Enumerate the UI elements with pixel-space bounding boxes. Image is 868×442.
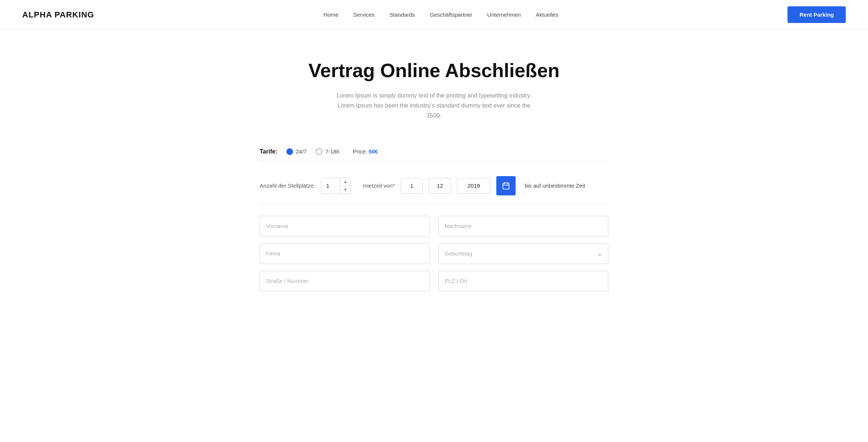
- rent-parking-button[interactable]: Rent Parking: [788, 6, 846, 23]
- firma-field: [260, 243, 430, 264]
- vorname-input[interactable]: [260, 216, 430, 237]
- nav-item-home[interactable]: Home: [323, 11, 338, 18]
- tarife-option-24-7-label: 24/7: [296, 148, 307, 155]
- hero-description: Lorem Ipsum is simply dummy text of the …: [330, 90, 538, 121]
- spinner-up-button[interactable]: ▲: [340, 178, 351, 186]
- nav-links: Home Services Standards Geschäftspartner…: [323, 11, 558, 18]
- calendar-icon: [502, 182, 510, 190]
- chevron-down-icon: ⌄: [598, 251, 602, 257]
- name-row: [260, 216, 608, 237]
- anzahl-label: Anzahl der Stellplätze:: [260, 182, 315, 189]
- date-year-field[interactable]: 2019: [457, 178, 490, 194]
- strasse-input[interactable]: [260, 271, 430, 291]
- mietzeit-label: mietzeit von*: [363, 182, 395, 189]
- geburtstag-field: Geburtstag ⌄: [438, 243, 608, 264]
- nav-item-geschaeftspartner[interactable]: Geschäftspartner: [430, 11, 472, 18]
- geburtstag-select[interactable]: Geburtstag ⌄: [438, 243, 608, 264]
- plz-input[interactable]: [438, 271, 608, 291]
- chevron-down-icon: ▼: [343, 188, 347, 192]
- calendar-button[interactable]: [496, 176, 516, 195]
- anzahl-input[interactable]: 1: [321, 178, 340, 194]
- nachname-field: [438, 216, 608, 237]
- form-section: Tarife: 24/7 7-18h Price: 50€ Anzahl der…: [230, 139, 638, 328]
- date-day-field[interactable]: 1: [401, 178, 423, 194]
- radio-dot-active: [286, 148, 293, 155]
- address-row: [260, 271, 608, 291]
- navbar: ALPHA PARKING Home Services Standards Ge…: [0, 0, 868, 30]
- firma-geburtstag-row: Geburtstag ⌄: [260, 243, 608, 264]
- geburtstag-placeholder: Geburtstag: [445, 250, 472, 257]
- spinner-buttons: ▲ ▼: [340, 178, 351, 194]
- tarife-row: Tarife: 24/7 7-18h Price: 50€: [260, 139, 608, 161]
- svg-rect-0: [503, 183, 509, 189]
- tarife-label: Tarife:: [260, 148, 277, 155]
- nav-item-aktuelles[interactable]: Aktuelles: [536, 11, 558, 18]
- strasse-field: [260, 271, 430, 291]
- firma-input[interactable]: [260, 243, 430, 264]
- hero-section: Vertrag Online Abschließen Lorem Ipsum i…: [0, 30, 868, 139]
- nav-item-services[interactable]: Services: [353, 11, 375, 18]
- booking-row: Anzahl der Stellplätze: 1 ▲ ▼ mietzeit v…: [260, 169, 608, 205]
- nachname-input[interactable]: [438, 216, 608, 237]
- nav-item-standards[interactable]: Standards: [389, 11, 415, 18]
- price-value: 50€: [369, 148, 378, 155]
- tarife-option-7-18[interactable]: 7-18h: [316, 148, 339, 155]
- logo: ALPHA PARKING: [22, 10, 94, 20]
- anzahl-input-group: 1 ▲ ▼: [321, 178, 351, 194]
- page-title: Vertrag Online Abschließen: [7, 59, 861, 82]
- tarife-option-7-18-label: 7-18h: [325, 148, 339, 155]
- price-label: Price: 50€: [353, 148, 378, 155]
- bis-text: bis auf unbestimmte Zeit: [525, 182, 585, 189]
- tarife-option-24-7[interactable]: 24/7: [286, 148, 307, 155]
- chevron-up-icon: ▲: [343, 179, 347, 184]
- date-month-field[interactable]: 12: [429, 178, 451, 194]
- spinner-down-button[interactable]: ▼: [340, 186, 351, 194]
- vorname-field: [260, 216, 430, 237]
- plz-field: [438, 271, 608, 291]
- nav-item-unternehmen[interactable]: Unternehmen: [487, 11, 521, 18]
- radio-circle-inactive: [316, 148, 322, 155]
